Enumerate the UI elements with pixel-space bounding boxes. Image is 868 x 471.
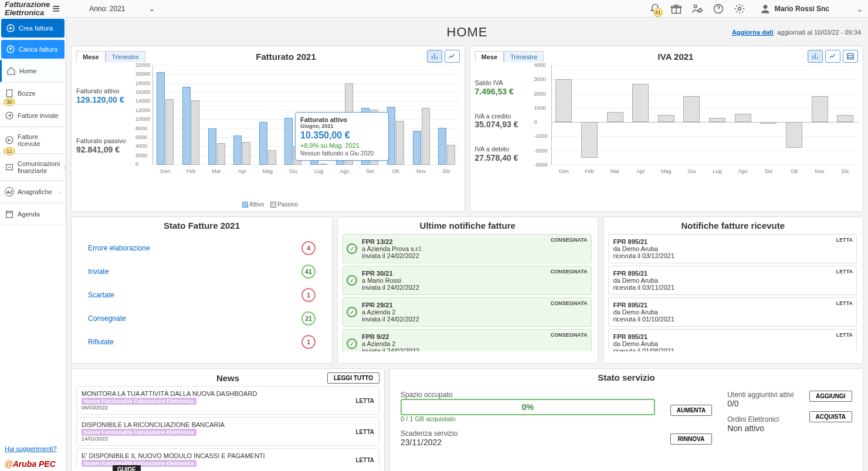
sidebar-item-anagrafiche[interactable]: AZ Anagrafiche ›: [0, 181, 66, 203]
suggestions-link[interactable]: Hai suggerimenti?: [0, 440, 66, 457]
stato-row[interactable]: Inviate41: [88, 260, 316, 283]
user-menu[interactable]: Mario Rossi Snc: [760, 3, 829, 15]
svg-point-6: [763, 5, 767, 9]
sidebar-item-ricevute[interactable]: Fatture ricevute 11: [0, 127, 66, 154]
stato-servizio-panel: Stato servizio Spazio occupato 0% 0 / 1 …: [389, 368, 863, 471]
year-label: Anno: 2021: [89, 5, 125, 13]
notif-count: 41: [653, 8, 663, 17]
notifications-button[interactable]: 41: [649, 2, 661, 15]
tab-mese[interactable]: Mese: [76, 51, 106, 62]
notification-item[interactable]: ✓CONSEGNATAFPR 9/22a Azienda 2inviata il…: [343, 329, 592, 351]
line-chart-icon[interactable]: [445, 50, 460, 63]
help-icon[interactable]: [713, 3, 724, 15]
iva-chart[interactable]: -3000-2000-100001000200030004000 GenFebM…: [533, 65, 859, 182]
az-icon: AZ: [5, 187, 14, 196]
chevron-right-icon: ›: [59, 189, 60, 195]
support-icon[interactable]: [691, 3, 703, 15]
stato-row[interactable]: Consegnate21: [88, 307, 316, 330]
iva-title: IVA 2021: [544, 52, 808, 62]
stato-row[interactable]: Errore elaborazione4: [88, 236, 316, 260]
tab-mese-iva[interactable]: Mese: [475, 51, 504, 62]
stato-fatture-panel: Stato Fatture 2021 Errore elaborazione4I…: [71, 216, 333, 364]
create-invoice-button[interactable]: Crea fattura: [1, 19, 65, 38]
check-icon: ✓: [347, 307, 357, 317]
leggi-tutto-button[interactable]: LEGGI TUTTO: [327, 372, 379, 384]
aumenta-button[interactable]: AUMENTA: [670, 405, 712, 416]
brand: Fatturazione Elettronica: [5, 1, 50, 16]
aggiungi-button[interactable]: AGGIUNGI: [809, 391, 852, 402]
ordini-value: Non attivo: [727, 423, 794, 433]
chart-tooltip: Fatturato attivo Giugno, 2021 10.350,00 …: [295, 112, 389, 161]
news-item[interactable]: LETTAMONITORA LA TUA ATTIVITÀ DALLA NUOV…: [76, 386, 379, 415]
upload-invoice-button[interactable]: Carica fattura: [1, 40, 65, 59]
kpi-debito-value: 27.578,40 €: [475, 153, 528, 162]
gift-icon[interactable]: [670, 3, 682, 15]
plus-circle-icon: [6, 23, 15, 33]
gear-icon[interactable]: [734, 3, 745, 15]
sidebar-item-comunicazioni[interactable]: Comunicazioni finanziarie ›: [0, 154, 66, 181]
bar-chart-icon[interactable]: [808, 50, 823, 63]
sidebar-item-bozze[interactable]: Bozze 30: [0, 82, 66, 104]
draft-icon: [5, 89, 14, 98]
notification-item[interactable]: LETTAFPR 895/21da Demo Arubaricevuta il …: [608, 329, 857, 351]
svg-point-3: [699, 9, 701, 12]
menu-icon[interactable]: ≡: [52, 1, 60, 16]
upload-circle-icon: [6, 45, 15, 54]
notification-item[interactable]: LETTAFPR 895/21da Demo Arubaricevuta il …: [608, 297, 857, 327]
rinnova-button[interactable]: RINNOVA: [670, 433, 712, 445]
storage-quota: 0 / 1 GB acquistato: [401, 415, 655, 422]
svg-point-2: [694, 5, 697, 8]
notification-item[interactable]: ✓CONSEGNATAFPR 30/21a Mario Rossiinviata…: [343, 266, 592, 295]
iva-panel: Mese Trimestre IVA 2021 Saldo IVA7.496,5…: [470, 46, 864, 212]
kpi-attivo-label: Fatturato attivo: [76, 87, 129, 95]
tab-trimestre-iva[interactable]: Trimestre: [504, 51, 544, 62]
chevron-down-icon: ⌄: [149, 5, 155, 13]
notifiche-inviate-panel: Ultime notifiche fatture ✓CONSEGNATAFPR …: [337, 216, 598, 364]
bar-chart-icon[interactable]: [427, 50, 442, 63]
year-selector[interactable]: Anno: 2021 ⌄: [89, 5, 154, 13]
utenti-value: 0/0: [727, 399, 794, 408]
scadenza-value: 23/11/2022: [401, 438, 655, 447]
notifiche-ricevute-panel: Notifiche fatture ricevute LETTAFPR 895/…: [603, 216, 864, 364]
page-title: HOME: [447, 25, 488, 40]
fatturato-legend: Attivo Passivo: [76, 201, 460, 208]
guide-button[interactable]: GUIDE: [113, 465, 141, 471]
news-panel: News LEGGI TUTTO LETTAMONITORA LA TUA AT…: [71, 368, 385, 471]
svg-rect-9: [6, 90, 12, 97]
check-icon: ✓: [347, 243, 357, 254]
acquista-button[interactable]: ACQUISTA: [809, 411, 852, 422]
received-icon: [5, 135, 14, 145]
check-icon: ✓: [347, 275, 357, 286]
sidebar-item-home[interactable]: Home: [0, 60, 66, 82]
svg-point-5: [738, 7, 741, 10]
table-icon[interactable]: [843, 50, 858, 63]
svg-rect-14: [847, 53, 854, 59]
news-item[interactable]: LETTADISPONIBILE LA RICONCILIAZIONE BANC…: [76, 417, 379, 446]
footer-logo: @Aruba PEC: [0, 457, 66, 471]
finance-icon: [5, 162, 14, 172]
notification-item[interactable]: LETTAFPR 895/21da Demo Arubaricevuta il …: [608, 266, 857, 295]
kpi-passivo-label: Fatturato passivo: [76, 137, 129, 145]
sidebar-item-agenda[interactable]: Agenda: [0, 203, 66, 225]
stato-row[interactable]: Scartate1: [88, 283, 316, 307]
kpi-passivo-value: 92.841,09 €: [76, 145, 129, 154]
chevron-down-icon[interactable]: ⌄: [856, 4, 863, 13]
notification-item[interactable]: ✓CONSEGNATAFPR 29/21a Azienda 2inviata i…: [343, 297, 592, 327]
sent-icon: [5, 111, 14, 120]
stato-row[interactable]: Rifiutate1: [88, 330, 316, 354]
fatturato-panel: Mese Trimestre Fatturato 2021 Fatturato …: [71, 46, 465, 212]
line-chart-icon[interactable]: [825, 50, 840, 63]
sidebar-item-inviate[interactable]: Fatture inviate: [0, 104, 66, 127]
calendar-icon: [5, 209, 14, 219]
notification-item[interactable]: LETTAFPR 895/21da Demo Arubaricevuta il …: [608, 234, 857, 263]
kpi-saldo-value: 7.496,53 €: [475, 87, 528, 96]
refresh-link[interactable]: Aggiorna dati: [732, 29, 774, 36]
notification-item[interactable]: ✓CONSEGNATAFPR 13/22a Azienda Prova s.r.…: [343, 234, 592, 263]
stato-title: Stato Fatture 2021: [76, 221, 327, 231]
tab-trimestre[interactable]: Trimestre: [106, 51, 145, 62]
kpi-attivo-value: 129.120,00 €: [76, 95, 129, 104]
storage-progress: 0%: [401, 399, 655, 415]
fatturato-chart[interactable]: 0200040006000800010000120001400016000180…: [134, 65, 460, 182]
kpi-credito-value: 35.074,93 €: [475, 120, 528, 129]
svg-rect-13: [6, 212, 13, 218]
